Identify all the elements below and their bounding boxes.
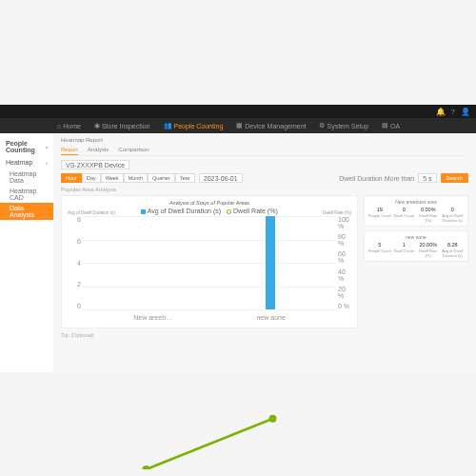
- store-select[interactable]: VS-2XXXPB Device: [61, 160, 129, 169]
- sidebar-item-heatmap-cad[interactable]: Heatmap CAD: [0, 186, 53, 203]
- yaxis-left: 8 6 4 2 0: [69, 216, 81, 309]
- ylabel-left: Avg of Dwell Duration (s): [68, 210, 115, 215]
- sidebar-item-label: Heatmap CAD: [10, 188, 48, 201]
- sidebar-top[interactable]: People Counting‹: [0, 137, 53, 156]
- nav-device-management[interactable]: ▦Device Management: [236, 122, 306, 129]
- nav-label: Device Management: [245, 123, 306, 129]
- period-week[interactable]: Week: [101, 173, 124, 183]
- period-day[interactable]: Day: [82, 173, 101, 183]
- breadcrumb: Heatmap Report: [61, 137, 468, 143]
- content: Heatmap Report Report Analysis Compariso…: [53, 133, 476, 372]
- controls-row-2: Hour Day Week Month Quarter Year 2023-06…: [61, 173, 468, 183]
- sidebar-item-label: Heatmap Data: [10, 170, 48, 184]
- sidebar: People Counting‹ Heatmap› Heatmap Data H…: [0, 133, 53, 372]
- date-picker[interactable]: 2023-06-01: [199, 173, 243, 183]
- nav-oa[interactable]: ▤OA: [382, 122, 400, 129]
- nav-system-setup[interactable]: ⚙System Setup: [319, 122, 368, 129]
- stat-card-1: new aone 5People Count 1Dwell Count 20.0…: [364, 230, 468, 262]
- user-icon[interactable]: 👤: [461, 108, 470, 116]
- yaxis-right: 100 % 80 % 60 % 40 % 20 % 0 %: [338, 216, 351, 309]
- nav-label: System Setup: [327, 123, 368, 129]
- legend-bar: Avg of Dwell Duration (s): [141, 208, 221, 214]
- chevron-right-icon: ›: [46, 160, 48, 166]
- section-title: Popular Area Analysis: [61, 187, 468, 192]
- svg-point-1: [269, 415, 277, 423]
- date-value: 2023-06-01: [204, 175, 238, 182]
- sidebar-item-label: Heatmap: [6, 159, 32, 166]
- filter-value: 5 s: [423, 175, 431, 182]
- search-button[interactable]: Search: [441, 173, 468, 183]
- nav-store-inspection[interactable]: ◉Store Inspection: [94, 122, 150, 129]
- inspection-icon: ◉: [94, 122, 100, 129]
- xaxis: New areeb… new aone: [83, 314, 336, 321]
- tabs: Report Analysis Comparison: [61, 145, 468, 156]
- home-icon: ⌂: [57, 123, 61, 129]
- device-icon: ▦: [236, 122, 243, 129]
- nav-label: OA: [390, 123, 400, 129]
- period-hour[interactable]: Hour: [61, 173, 82, 183]
- tab-analysis[interactable]: Analysis: [88, 145, 109, 155]
- tab-report[interactable]: Report: [61, 145, 78, 155]
- chart-canvas: Avg of Dwell Duration (s) Dwell Rate (%)…: [83, 216, 336, 321]
- xtick-1: new aone: [256, 314, 285, 321]
- xtick-0: New areeb…: [133, 314, 172, 321]
- controls-row-1: VS-2XXXPB Device: [61, 160, 468, 169]
- nav-label: Store Inspection: [102, 123, 150, 129]
- gear-icon: ⚙: [319, 122, 325, 129]
- main: People Counting‹ Heatmap› Heatmap Data H…: [0, 133, 476, 372]
- stats-panel: New areebtest area 19People Count 0Dwell…: [364, 195, 468, 328]
- period-buttons: Hour Day Week Month Quarter Year: [61, 173, 195, 183]
- filter-label: Dwell Duration More than: [339, 175, 414, 182]
- line-series: [83, 216, 336, 469]
- oa-icon: ▤: [382, 122, 388, 129]
- nav-label: Home: [63, 123, 81, 129]
- stat-title: new aone: [367, 234, 465, 240]
- help-icon[interactable]: ?: [451, 108, 455, 116]
- nav-people-counting[interactable]: 👥People Counting: [164, 122, 224, 129]
- sidebar-item-data-analysis[interactable]: Data Analysis: [0, 203, 53, 220]
- legend-blue-icon: [141, 209, 146, 214]
- chart-box: Analysis of Stays of Popular Areas Avg o…: [61, 195, 358, 328]
- period-year[interactable]: Year: [175, 173, 195, 183]
- stat-card-0: New areebtest area 19People Count 0Dwell…: [364, 195, 468, 227]
- plot: [83, 216, 336, 309]
- people-icon: 👥: [164, 122, 172, 129]
- ylabel-right: Dwell Rate (%): [323, 210, 351, 215]
- app-window: 🔔 ? 👤 ⌂Home ◉Store Inspection 👥People Co…: [0, 105, 476, 372]
- chart-area: Analysis of Stays of Popular Areas Avg o…: [61, 195, 468, 328]
- sidebar-item-label: Data Analysis: [10, 205, 48, 218]
- stat-row: 5People Count 1Dwell Count 20.00%Dwell R…: [367, 242, 465, 258]
- chevron-left-icon: ‹: [46, 144, 48, 149]
- sidebar-item-heatmap-data[interactable]: Heatmap Data: [0, 169, 53, 186]
- sidebar-item-heatmap[interactable]: Heatmap›: [0, 156, 53, 169]
- topbar: 🔔 ? 👤: [0, 105, 476, 118]
- stat-row: 19People Count 0Dwell Count 0.00%Dwell R…: [367, 207, 465, 223]
- store-value: VS-2XXXPB Device: [66, 162, 125, 169]
- chart-title: Analysis of Stays of Popular Areas: [66, 200, 353, 206]
- navbar: ⌂Home ◉Store Inspection 👥People Counting…: [0, 118, 476, 133]
- tab-comparison[interactable]: Comparison: [118, 145, 149, 155]
- legend-line: Dwell Rate (%): [227, 208, 278, 214]
- sidebar-top-label: People Counting: [6, 140, 46, 153]
- nav-label: People Counting: [174, 123, 224, 129]
- legend-green-icon: [227, 209, 231, 214]
- nav-home[interactable]: ⌂Home: [57, 123, 81, 129]
- filter-select[interactable]: 5 s: [418, 173, 436, 183]
- stat-title: New areebtest area: [367, 199, 465, 205]
- period-month[interactable]: Month: [124, 173, 148, 183]
- period-quarter[interactable]: Quarter: [148, 173, 175, 183]
- notification-icon[interactable]: 🔔: [436, 108, 446, 116]
- svg-point-0: [143, 466, 150, 469]
